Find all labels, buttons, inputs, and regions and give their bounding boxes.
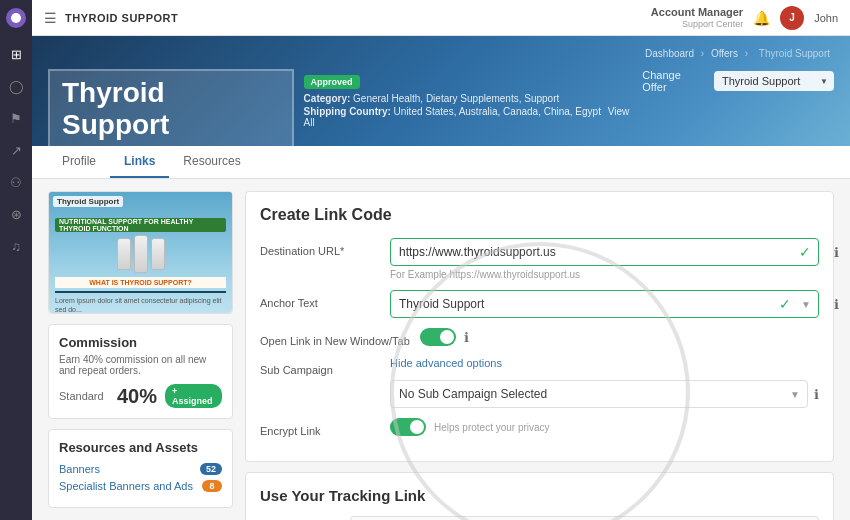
sidebar-icon-chart[interactable]: ↗ — [2, 136, 30, 164]
sidebar-icon-user[interactable]: ⊛ — [2, 200, 30, 228]
destination-url-input[interactable] — [390, 238, 819, 266]
anchor-text-label: Anchor Text — [260, 290, 380, 309]
sub-campaign-row: Sub Campaign Hide advanced options — [260, 357, 819, 376]
commission-box: Commission Earn 40% commission on all ne… — [48, 324, 233, 419]
anchor-select-wrapper: Thyroid Support ▼ — [390, 290, 819, 318]
sidebar-icon-home[interactable]: ⊞ — [2, 40, 30, 68]
preview-green-text: NUTRITIONAL SUPPORT FOR HEALTHY THYROID … — [59, 218, 222, 232]
main-content: ☰ THYROID SUPPORT Account Manager Suppor… — [32, 0, 850, 520]
breadcrumb: Dashboard › Offers › Thyroid Support — [645, 48, 834, 59]
anchor-text-row: Anchor Text Thyroid Support ▼ ✓ ℹ — [260, 290, 819, 318]
commission-standard-label: Standard — [59, 390, 109, 402]
hamburger-icon[interactable]: ☰ — [44, 10, 57, 26]
product-preview-image: Thyroid Support NUTRITIONAL SUPPORT FOR … — [49, 192, 232, 314]
commission-row: Standard 40% + Assigned — [59, 384, 222, 408]
preview-green-bar: NUTRITIONAL SUPPORT FOR HEALTHY THYROID … — [55, 218, 226, 232]
approved-badge: Approved — [304, 75, 360, 89]
bottle-3 — [151, 238, 165, 270]
nav-tabs: Profile Links Resources — [32, 146, 850, 179]
account-info: Account Manager Support Center — [651, 6, 743, 30]
destination-url-row: Destination URL* ✓ ℹ For Example https:/… — [260, 238, 819, 280]
anchor-text-wrapper: Thyroid Support ▼ ✓ ℹ — [390, 290, 819, 318]
tab-links[interactable]: Links — [110, 146, 169, 178]
category-line: Category: General Health, Dietary Supple… — [304, 93, 643, 104]
breadcrumb-sep1: › — [701, 48, 704, 59]
sub-campaign-info-icon[interactable]: ℹ — [814, 387, 819, 402]
encrypt-hint: Helps protect your privacy — [434, 422, 550, 433]
sub-campaign-select-label — [260, 380, 380, 387]
shipping-value: United States, Australia, Canada, China,… — [394, 106, 601, 117]
url-code-input[interactable] — [350, 516, 819, 520]
topbar-brand: THYROID SUPPORT — [65, 12, 178, 24]
change-offer-select[interactable]: Thyroid Support — [714, 71, 834, 91]
product-preview: Thyroid Support NUTRITIONAL SUPPORT FOR … — [48, 191, 233, 314]
new-window-row: Open Link in New Window/Tab ℹ — [260, 328, 819, 347]
anchor-text-select[interactable]: Thyroid Support — [390, 290, 819, 318]
banners-count: 52 — [200, 463, 222, 475]
page-header-inner: Thyroid Support Approved Category: Gener… — [48, 69, 834, 146]
url-check-icon: ✓ — [799, 244, 811, 260]
preview-desc: Lorem ipsum dolor sit amet consectetur a… — [55, 296, 226, 314]
bottle-2 — [134, 235, 148, 273]
new-window-toggle[interactable] — [420, 328, 456, 346]
sidebar-icon-flag[interactable]: ⚑ — [2, 104, 30, 132]
encrypt-toggle[interactable] — [390, 418, 426, 436]
category-value: General Health, Dietary Supplements, Sup… — [353, 93, 559, 104]
shipping-label: Shipping Country: — [304, 106, 391, 117]
breadcrumb-offers[interactable]: Offers — [711, 48, 738, 59]
banners-link[interactable]: Banners — [59, 463, 100, 475]
bottle-1 — [117, 238, 131, 270]
sidebar-icon-people[interactable]: ⚇ — [2, 168, 30, 196]
url-code-label: URL Code — [260, 516, 340, 520]
anchor-check-icon: ✓ — [779, 296, 791, 312]
destination-url-label: Destination URL* — [260, 238, 380, 257]
encrypt-toggle-row: Helps protect your privacy — [390, 418, 819, 436]
right-panel: Create Link Code Destination URL* ✓ ℹ Fo… — [245, 191, 834, 508]
preview-label: Thyroid Support — [53, 196, 123, 207]
url-info-icon[interactable]: ℹ — [834, 245, 839, 260]
commission-value: 40% — [117, 385, 157, 408]
change-offer-block: Change Offer Thyroid Support — [642, 69, 834, 93]
assigned-badge: + Assigned — [165, 384, 222, 408]
topbar: ☰ THYROID SUPPORT Account Manager Suppor… — [32, 0, 850, 36]
toggle-row: ℹ — [420, 328, 819, 346]
breadcrumb-dashboard[interactable]: Dashboard — [645, 48, 694, 59]
change-offer-wrapper: Thyroid Support — [714, 71, 834, 91]
anchor-text-input-wrapper: Thyroid Support ▼ ✓ ℹ — [390, 290, 819, 318]
destination-url-wrapper: ✓ ℹ For Example https://www.thyroidsuppo… — [390, 238, 819, 280]
commission-title: Commission — [59, 335, 222, 350]
bell-icon[interactable]: 🔔 — [753, 10, 770, 26]
app-logo[interactable] — [6, 8, 26, 28]
sidebar-icon-headset[interactable]: ♫ — [2, 232, 30, 260]
url-code-row: URL Code If you only require your affili… — [260, 516, 819, 520]
sidebar-icon-circle[interactable]: ◯ — [2, 72, 30, 100]
new-window-wrapper: ℹ — [420, 328, 819, 346]
destination-url-hint: For Example https://www.thyroidsupport.u… — [390, 269, 819, 280]
page-title-meta: Approved Category: General Health, Dieta… — [304, 69, 643, 130]
account-name: Account Manager — [651, 6, 743, 19]
page-header-content: Dashboard › Offers › Thyroid Support Thy… — [32, 36, 850, 146]
page-header: Dashboard › Offers › Thyroid Support Thy… — [32, 36, 850, 146]
page-title-block: Thyroid Support Approved Category: Gener… — [48, 69, 642, 146]
category-label: Category: — [304, 93, 351, 104]
resource-row-banners: Banners 52 — [59, 463, 222, 475]
commission-desc: Earn 40% commission on all new and repea… — [59, 354, 222, 376]
sub-campaign-select[interactable]: No Sub Campaign Selected — [390, 380, 808, 408]
resources-box: Resources and Assets Banners 52 Speciali… — [48, 429, 233, 508]
encrypt-link-row: Encrypt Link Helps protect your privacy — [260, 418, 819, 437]
toggle-info-icon[interactable]: ℹ — [464, 330, 469, 345]
advanced-options-link[interactable]: Hide advanced options — [390, 357, 502, 369]
specialist-count: 8 — [202, 480, 222, 492]
anchor-info-icon[interactable]: ℹ — [834, 297, 839, 312]
avatar[interactable]: J — [780, 6, 804, 30]
tab-profile[interactable]: Profile — [48, 146, 110, 178]
resources-title: Resources and Assets — [59, 440, 222, 455]
page-title: Thyroid Support — [48, 69, 294, 146]
tracking-title: Use Your Tracking Link — [260, 487, 819, 504]
create-link-title: Create Link Code — [260, 206, 819, 224]
sub-campaign-select-wrapper-inner: No Sub Campaign Selected ▼ — [390, 380, 808, 408]
tab-resources[interactable]: Resources — [169, 146, 254, 178]
specialist-banners-link[interactable]: Specialist Banners and Ads — [59, 480, 193, 492]
toggle-knob — [440, 330, 454, 344]
topbar-left: ☰ THYROID SUPPORT — [44, 10, 178, 26]
